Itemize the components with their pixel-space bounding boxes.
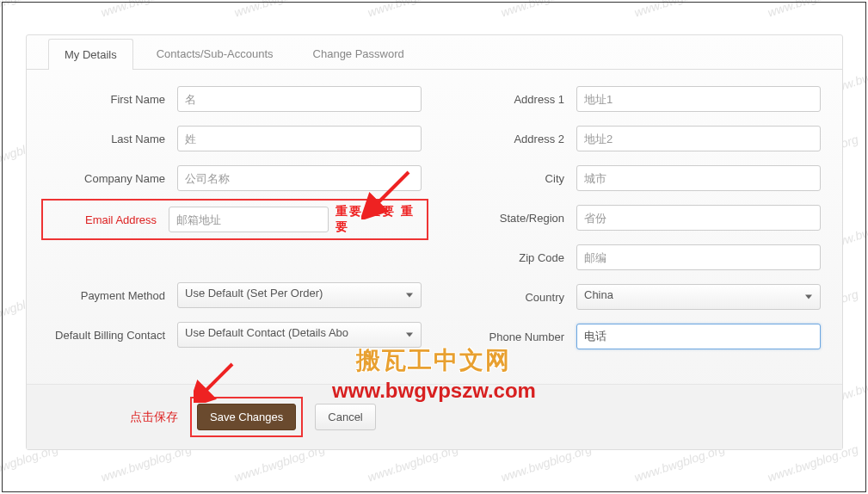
svg-line-0 xyxy=(374,172,409,207)
row-billing-contact: Default Billing Contact Use Default Cont… xyxy=(48,321,422,349)
right-column: Address 1 Address 2 City State/Region Zi… xyxy=(447,85,821,362)
form-body: First Name Last Name Company Name Email … xyxy=(27,70,842,384)
row-address1: Address 1 xyxy=(447,85,821,113)
save-button[interactable]: Save Changes xyxy=(197,404,296,430)
label-city: City xyxy=(447,172,576,185)
actions-bar: 点击保存 Save Changes Cancel xyxy=(27,384,842,449)
label-billing-contact: Default Billing Contact xyxy=(48,329,177,342)
row-last-name: Last Name xyxy=(48,125,422,152)
svg-line-1 xyxy=(202,364,232,394)
label-address1: Address 1 xyxy=(447,93,576,106)
left-column: First Name Last Name Company Name Email … xyxy=(48,85,422,362)
details-panel: My Details Contacts/Sub-Accounts Change … xyxy=(26,34,843,450)
label-payment-method: Payment Method xyxy=(48,289,177,302)
label-email: Email Address xyxy=(48,213,169,226)
label-country: Country xyxy=(447,291,576,304)
select-billing-contact[interactable]: Use Default Contact (Details Abo xyxy=(177,322,422,348)
label-company-name: Company Name xyxy=(48,172,177,185)
row-phone: Phone Number xyxy=(447,323,821,350)
row-address2: Address 2 xyxy=(447,125,821,152)
save-button-highlight: Save Changes xyxy=(190,397,303,437)
input-address2[interactable] xyxy=(576,126,821,151)
tab-change-password[interactable]: Change Password xyxy=(297,38,421,69)
tab-contacts[interactable]: Contacts/Sub-Accounts xyxy=(140,38,290,69)
label-first-name: First Name xyxy=(48,93,177,106)
row-payment-method: Payment Method Use Default (Set Per Orde… xyxy=(48,281,422,309)
label-last-name: Last Name xyxy=(48,133,177,145)
tabs-bar: My Details Contacts/Sub-Accounts Change … xyxy=(27,35,842,70)
save-note: 点击保存 xyxy=(130,410,178,425)
input-zip[interactable] xyxy=(576,244,821,270)
input-address1[interactable] xyxy=(576,86,821,112)
row-city: City xyxy=(447,164,821,192)
cancel-button[interactable]: Cancel xyxy=(315,404,375,430)
input-first-name[interactable] xyxy=(177,86,422,112)
label-zip: Zip Code xyxy=(447,251,576,264)
row-first-name: First Name xyxy=(48,85,422,113)
select-payment-method[interactable]: Use Default (Set Per Order) xyxy=(177,282,422,308)
label-address2: Address 2 xyxy=(447,133,576,145)
input-state[interactable] xyxy=(576,205,821,231)
row-zip: Zip Code xyxy=(447,244,821,271)
row-state: State/Region xyxy=(447,204,821,232)
label-phone: Phone Number xyxy=(447,330,576,343)
arrow-annotation-save xyxy=(194,360,237,403)
input-email[interactable] xyxy=(169,207,329,232)
row-country: Country China xyxy=(447,283,821,311)
label-state: State/Region xyxy=(447,212,576,225)
tab-my-details[interactable]: My Details xyxy=(48,39,133,70)
select-country[interactable]: China xyxy=(576,284,821,310)
input-phone[interactable] xyxy=(576,324,821,349)
input-city[interactable] xyxy=(576,165,821,191)
arrow-annotation-email xyxy=(361,168,413,219)
input-last-name[interactable] xyxy=(177,126,422,151)
